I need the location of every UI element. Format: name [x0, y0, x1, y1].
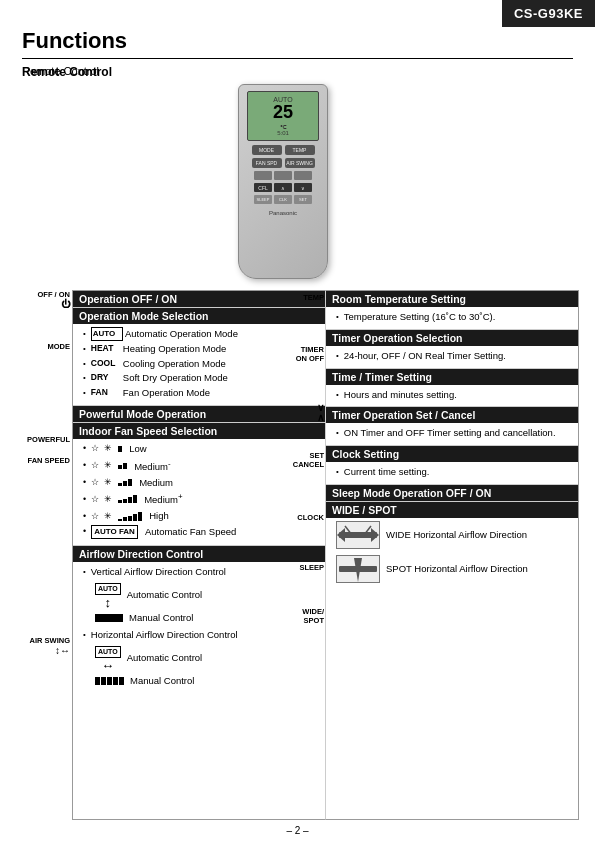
remote-brand: Panasonic — [269, 210, 297, 216]
page-title: Functions — [22, 28, 573, 59]
wide-item: WIDE Horizontal Airflow Direction — [336, 521, 572, 549]
section-clock: Clock Setting • Current time setting. — [326, 446, 578, 484]
timer-set-cancel-body: • ON Timer and OFF Timer setting and can… — [326, 423, 578, 445]
label-air-swing: AIR SWING↕↔ — [22, 636, 70, 656]
airflow-horizontal-label: • Horizontal Airflow Direction Control — [83, 628, 319, 642]
room-temp-detail: • Temperature Setting (16˚C to 30˚C). — [336, 310, 572, 324]
fan-speed-header: Indoor Fan Speed Selection — [73, 423, 325, 439]
remote-control-label: Remote Control — [22, 65, 112, 79]
label-off-on: OFF / ON⏻ — [22, 290, 70, 309]
airflow-horizontal-auto: AUTO ↔ Automatic Control — [95, 644, 319, 672]
wide-spot-header: WIDE / SPOT — [326, 502, 578, 518]
clock-body: • Current time setting. — [326, 462, 578, 484]
label-fan-speed: FAN SPEED — [22, 456, 70, 465]
section-powerful: Powerful Mode Operation — [73, 406, 325, 422]
powerful-header: Powerful Mode Operation — [73, 406, 325, 422]
mode-cool: • COOL Cooling Operation Mode — [83, 357, 319, 371]
section-room-temp: Room Temperature Setting • Temperature S… — [326, 291, 578, 329]
section-timer-op: Timer Operation Selection • 24-hour, OFF… — [326, 330, 578, 368]
right-column: TEMP TIMERON OFF ∨∧ SETCANCEL CLOCK SLEE… — [326, 290, 579, 820]
label-sleep: SLEEP — [290, 563, 324, 572]
section-fan-speed: Indoor Fan Speed Selection • ☆ ✳ Low • ☆ — [73, 423, 325, 545]
wide-label: WIDE Horizontal Airflow Direction — [386, 528, 527, 542]
label-clock: CLOCK — [290, 513, 324, 522]
fan-speed-medium: • ☆ ✳ Medium — [83, 476, 319, 490]
airflow-vertical-auto: AUTO ↕ Automatic Control — [95, 581, 319, 609]
left-column: Operation OFF / ON Operation Mode Select… — [72, 290, 326, 820]
clock-detail: • Current time setting. — [336, 465, 572, 479]
time-timer-detail: • Hours and minutes setting. — [336, 388, 572, 402]
wide-airflow-icon — [336, 521, 380, 549]
section-wide-spot: WIDE / SPOT WIDE Horizontal Airflow Dire… — [326, 502, 578, 587]
section-airflow: Airflow Direction Control • Vertical Air… — [73, 546, 325, 696]
timer-op-header: Timer Operation Selection — [326, 330, 578, 346]
label-powerful: POWERFUL — [22, 435, 70, 444]
svg-marker-1 — [337, 528, 345, 542]
timer-set-cancel-detail: • ON Timer and OFF Timer setting and can… — [336, 426, 572, 440]
wide-spot-body: WIDE Horizontal Airflow Direction SPOT — [326, 518, 578, 587]
page-footer: – 2 – — [0, 825, 595, 836]
clock-header: Clock Setting — [326, 446, 578, 462]
label-mode: MODE — [22, 342, 70, 351]
mode-heat: • HEAT Heating Operation Mode — [83, 342, 319, 356]
time-timer-body: • Hours and minutes setting. — [326, 385, 578, 407]
section-op-mode: Operation Mode Selection • AUTO Automati… — [73, 308, 325, 405]
label-wide-spot: WIDE/SPOT — [290, 607, 324, 625]
airflow-body: • Vertical Airflow Direction Control AUT… — [73, 562, 325, 696]
timer-op-detail: • 24-hour, OFF / ON Real Timer Setting. — [336, 349, 572, 363]
room-temp-header: Room Temperature Setting — [326, 291, 578, 307]
spot-label: SPOT Horizontal Airflow Direction — [386, 562, 528, 576]
fan-speed-medium-minus: • ☆ ✳ Medium- — [83, 458, 319, 474]
label-timer-on-off: TIMERON OFF — [290, 345, 324, 363]
remote-control-image: AUTO 25 ℃ 5:01 MODE TEMP FAN SPD AIR SWI… — [228, 84, 338, 284]
op-off-on-header: Operation OFF / ON — [73, 291, 325, 307]
airflow-header: Airflow Direction Control — [73, 546, 325, 562]
section-op-off-on: Operation OFF / ON — [73, 291, 325, 307]
spot-airflow-icon — [336, 555, 380, 583]
svg-marker-2 — [371, 528, 379, 542]
room-temp-body: • Temperature Setting (16˚C to 30˚C). — [326, 307, 578, 329]
section-time-timer: Time / Timer Setting • Hours and minutes… — [326, 369, 578, 407]
time-timer-header: Time / Timer Setting — [326, 369, 578, 385]
section-timer-set-cancel: Timer Operation Set / Cancel • ON Timer … — [326, 407, 578, 445]
op-mode-header: Operation Mode Selection — [73, 308, 325, 324]
fan-speed-auto: • AUTO FAN Automatic Fan Speed — [83, 525, 319, 539]
model-label: CS-G93KE — [502, 0, 595, 27]
label-set-cancel: SETCANCEL — [290, 451, 324, 469]
mode-dry: • DRY Soft Dry Operation Mode — [83, 371, 319, 385]
fan-speed-body: • ☆ ✳ Low • ☆ ✳ Med — [73, 439, 325, 545]
fan-speed-medium-plus: • ☆ ✳ Medium+ — [83, 491, 319, 507]
section-sleep: Sleep Mode Operation OFF / ON — [326, 485, 578, 501]
timer-op-body: • 24-hour, OFF / ON Real Timer Setting. — [326, 346, 578, 368]
main-content: Operation OFF / ON Operation Mode Select… — [72, 290, 579, 820]
timer-set-cancel-header: Timer Operation Set / Cancel — [326, 407, 578, 423]
airflow-vertical-label: • Vertical Airflow Direction Control — [83, 565, 319, 579]
sleep-header: Sleep Mode Operation OFF / ON — [326, 485, 578, 501]
fan-speed-high: • ☆ ✳ High — [83, 509, 319, 523]
mode-fan: • FAN Fan Operation Mode — [83, 386, 319, 400]
fan-speed-low: • ☆ ✳ Low — [83, 442, 319, 456]
mode-auto: • AUTO Automatic Operation Mode — [83, 327, 319, 341]
airflow-vertical-manual: Manual Control — [95, 611, 319, 625]
label-up-down: ∨∧ — [290, 403, 324, 423]
op-mode-body: • AUTO Automatic Operation Mode • HEAT H… — [73, 324, 325, 405]
airflow-horizontal-manual: Manual Control — [95, 674, 319, 688]
spot-item: SPOT Horizontal Airflow Direction — [336, 555, 572, 583]
label-temp: TEMP — [290, 293, 324, 302]
